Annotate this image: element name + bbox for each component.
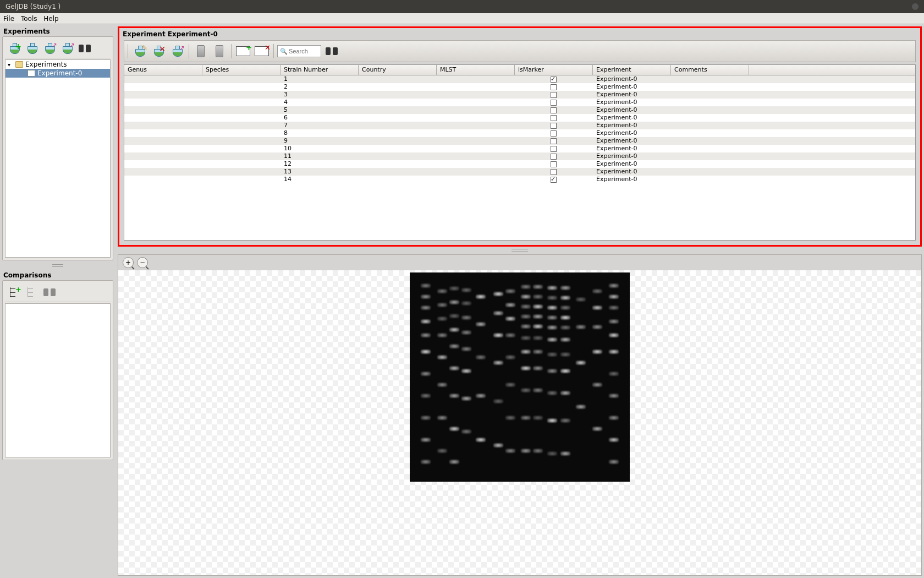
- experiment-detail-panel: Experiment Experiment-0 ✎ ✕ ↗ + ✕ 🔍: [118, 26, 922, 247]
- binoculars-icon: [43, 287, 56, 297]
- table-row[interactable]: 4Experiment-0: [124, 99, 915, 106]
- find-experiment-button[interactable]: [76, 40, 93, 57]
- column-button-1[interactable]: [193, 43, 209, 59]
- table-row[interactable]: 6Experiment-0: [124, 114, 915, 122]
- menubar: File Tools Help: [0, 13, 924, 24]
- tree-item-experiment-0[interactable]: Experiment-0: [6, 69, 110, 78]
- add-folder-button[interactable]: +: [235, 43, 251, 59]
- gel-image-panel: + −: [118, 254, 922, 576]
- ismarker-checkbox[interactable]: [551, 138, 557, 144]
- ismarker-checkbox[interactable]: [551, 154, 557, 160]
- col-experiment[interactable]: Experiment: [593, 65, 671, 75]
- table-row[interactable]: 7Experiment-0: [124, 122, 915, 129]
- open-comparison-button[interactable]: [24, 284, 40, 301]
- col-comments[interactable]: Comments: [671, 65, 749, 75]
- ismarker-checkbox[interactable]: [551, 77, 557, 83]
- menu-file[interactable]: File: [3, 15, 14, 23]
- open-experiment-button[interactable]: [24, 40, 40, 57]
- table-row[interactable]: 1Experiment-0: [124, 75, 915, 83]
- window-titlebar: GelJDB (Study1 ): [0, 0, 924, 13]
- left-splitter[interactable]: [2, 264, 113, 267]
- ismarker-checkbox[interactable]: [551, 84, 557, 90]
- column-button-2[interactable]: [211, 43, 228, 59]
- tree-caret-icon[interactable]: ▾: [8, 62, 13, 68]
- menu-tools[interactable]: Tools: [21, 15, 37, 23]
- search-input[interactable]: [289, 48, 317, 54]
- table-row[interactable]: 2Experiment-0: [124, 83, 915, 91]
- col-mlst[interactable]: MLST: [437, 65, 515, 75]
- ismarker-checkbox[interactable]: [551, 177, 557, 183]
- search-icon: 🔍: [280, 48, 288, 55]
- table-row[interactable]: 12Experiment-0: [124, 160, 915, 168]
- table-row[interactable]: 10Experiment-0: [124, 145, 915, 152]
- ismarker-checkbox[interactable]: [551, 146, 557, 152]
- zoom-out-button[interactable]: −: [137, 257, 148, 268]
- ismarker-checkbox[interactable]: [551, 92, 557, 98]
- gel-image-viewport[interactable]: [118, 270, 921, 575]
- ismarker-checkbox[interactable]: [551, 107, 557, 113]
- table-row[interactable]: 5Experiment-0: [124, 106, 915, 114]
- find-comparison-button[interactable]: [41, 284, 58, 301]
- new-experiment-button[interactable]: +: [6, 40, 23, 57]
- export-experiment-button[interactable]: ↗: [59, 40, 75, 57]
- binoculars-icon: [79, 43, 91, 53]
- experiments-tree[interactable]: ▾ Experiments Experiment-0: [5, 59, 111, 258]
- edit-experiment-button[interactable]: ↗: [41, 40, 58, 57]
- gel-image-toolbar: + −: [118, 255, 921, 270]
- folder-icon: [15, 61, 23, 68]
- tree-root-experiments[interactable]: ▾ Experiments: [6, 60, 110, 69]
- table-row[interactable]: 11Experiment-0: [124, 152, 915, 160]
- table-header: Genus Species Strain Number Country MLST…: [124, 65, 915, 75]
- ismarker-checkbox[interactable]: [551, 169, 557, 175]
- experiment-detail-title: Experiment Experiment-0: [120, 29, 919, 39]
- comparisons-toolbar: +: [5, 283, 111, 302]
- col-species[interactable]: Species: [202, 65, 280, 75]
- ismarker-checkbox[interactable]: [551, 161, 557, 167]
- window-title: GelJDB (Study1 ): [6, 0, 61, 13]
- table-body[interactable]: 1Experiment-02Experiment-03Experiment-04…: [124, 75, 915, 240]
- comparisons-tree[interactable]: [5, 303, 111, 457]
- ismarker-checkbox[interactable]: [551, 123, 557, 129]
- lanes-table: Genus Species Strain Number Country MLST…: [124, 64, 916, 241]
- experiments-toolbar: + ↗ ↗: [5, 39, 111, 58]
- comparisons-panel: Comparisons +: [2, 270, 113, 460]
- remove-folder-button[interactable]: ✕: [254, 43, 270, 59]
- window-close-icon[interactable]: [912, 3, 919, 10]
- menu-help[interactable]: Help: [43, 15, 58, 23]
- col-strain[interactable]: Strain Number: [280, 65, 359, 75]
- tree-root-label: Experiments: [25, 61, 67, 68]
- table-row[interactable]: 3Experiment-0: [124, 91, 915, 99]
- right-splitter[interactable]: [118, 249, 922, 252]
- search-button[interactable]: [323, 43, 340, 59]
- binoculars-icon: [326, 46, 338, 56]
- edit-lane-button[interactable]: ✎: [131, 43, 148, 59]
- experiment-toolbar: ✎ ✕ ↗ + ✕ 🔍: [124, 40, 916, 62]
- table-row[interactable]: 14Experiment-0: [124, 176, 915, 183]
- ismarker-checkbox[interactable]: [551, 115, 557, 121]
- document-icon: [28, 70, 35, 77]
- col-ismarker[interactable]: isMarker: [515, 65, 593, 75]
- table-row[interactable]: 13Experiment-0: [124, 168, 915, 176]
- col-genus[interactable]: Genus: [124, 65, 202, 75]
- search-field[interactable]: 🔍: [277, 45, 321, 57]
- ismarker-checkbox[interactable]: [551, 130, 557, 137]
- delete-lane-button[interactable]: ✕: [150, 43, 167, 59]
- experiments-panel-title: Experiments: [2, 26, 113, 36]
- experiments-panel: Experiments + ↗ ↗ ▾ Experiments: [2, 26, 113, 260]
- zoom-in-button[interactable]: +: [123, 257, 134, 268]
- gel-image: [410, 272, 630, 482]
- table-row[interactable]: 8Experiment-0: [124, 129, 915, 137]
- tree-item-label: Experiment-0: [37, 69, 82, 77]
- comparisons-panel-title: Comparisons: [2, 270, 113, 280]
- new-comparison-button[interactable]: +: [6, 284, 23, 301]
- ismarker-checkbox[interactable]: [551, 100, 557, 106]
- lane-properties-button[interactable]: ↗: [169, 43, 185, 59]
- table-row[interactable]: 9Experiment-0: [124, 137, 915, 145]
- col-country[interactable]: Country: [359, 65, 437, 75]
